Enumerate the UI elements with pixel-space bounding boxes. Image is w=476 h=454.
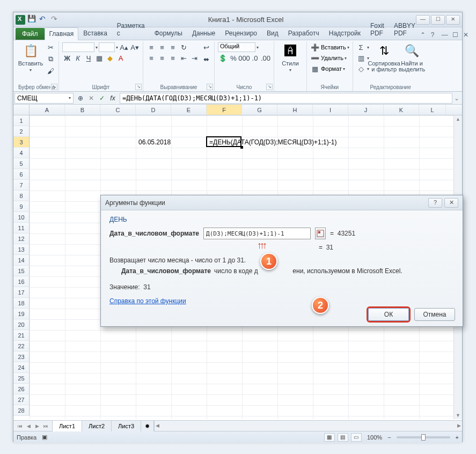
row-header[interactable]: 6 (13, 169, 30, 180)
italic-icon[interactable]: К (73, 53, 83, 63)
help-link[interactable]: Справка по этой функции (109, 297, 186, 305)
row-header[interactable]: 22 (13, 341, 30, 352)
row-header[interactable]: 20 (13, 319, 30, 330)
merge-icon[interactable]: ⬌ (201, 54, 211, 64)
row-header[interactable]: 21 (13, 330, 30, 341)
row-header[interactable]: 11 (13, 223, 30, 233)
copy-icon[interactable]: ⧉ (46, 54, 55, 64)
dialog-launcher-icon[interactable]: ↘ (207, 84, 213, 90)
name-box[interactable]: СМЕЩ ▾ (14, 93, 74, 104)
col-header[interactable]: B (65, 105, 100, 115)
font-color-icon[interactable]: A (116, 53, 126, 63)
row-header[interactable]: 14 (13, 255, 30, 266)
sheet-tab[interactable]: Лист1 (52, 421, 82, 431)
dialog-launcher-icon[interactable]: ↘ (51, 84, 57, 90)
accounting-icon[interactable]: 💲 (218, 53, 228, 63)
wb-minimize-icon[interactable]: — (442, 31, 450, 40)
dialog-launcher-icon[interactable]: ↘ (266, 84, 273, 90)
delete-cells-icon[interactable]: ➖ (310, 53, 320, 63)
row-header[interactable]: 28 (13, 405, 30, 416)
new-sheet-button[interactable]: ✸ (141, 421, 154, 431)
row-header[interactable]: 25 (13, 373, 30, 384)
sheet-nav-next-icon[interactable]: ▶ (33, 423, 41, 429)
cancel-icon[interactable]: ✕ (86, 93, 96, 103)
macro-record-icon[interactable]: ▣ (42, 434, 47, 441)
find-select-button[interactable]: 🔍 Найти и выделить (399, 42, 425, 72)
wb-close-icon[interactable]: ✕ (463, 31, 472, 40)
dialog-titlebar[interactable]: Аргументы функции ? ✕ (101, 195, 463, 210)
styles-button[interactable]: 🅰 Стили ▾ (277, 42, 303, 72)
paste-button[interactable]: 📋 Вставить ▾ (18, 42, 43, 72)
cancel-button[interactable]: Отмена (414, 308, 455, 321)
zoom-slider[interactable] (397, 436, 450, 438)
row-header[interactable]: 9 (13, 201, 30, 212)
tab-home[interactable]: Главная (45, 27, 79, 40)
page-layout-view-icon[interactable]: ▤ (338, 433, 348, 442)
select-all-corner[interactable] (13, 105, 30, 115)
ok-button[interactable]: ОК (368, 308, 409, 321)
expand-formula-bar-icon[interactable]: ⌄ (452, 94, 461, 102)
redo-icon[interactable] (51, 16, 60, 24)
tab-abbyypdf[interactable]: ABBYY PDF (389, 19, 420, 40)
col-header[interactable]: F (207, 105, 242, 115)
row-header[interactable]: 18 (13, 298, 30, 309)
wrap-text-icon[interactable]: ↩ (201, 42, 211, 52)
cell-d3[interactable]: 06.05.2018 (137, 137, 171, 148)
row-header[interactable]: 2 (13, 126, 30, 137)
maximize-button[interactable]: ☐ (431, 15, 445, 25)
orientation-icon[interactable]: ↻ (179, 42, 188, 52)
normal-view-icon[interactable]: ▦ (324, 433, 335, 442)
zoom-in-icon[interactable]: + (456, 434, 459, 441)
horizontal-scrollbar[interactable] (154, 421, 462, 431)
row-header[interactable]: 4 (13, 148, 30, 158)
percent-icon[interactable]: % (229, 53, 238, 63)
autosum-icon[interactable]: Σ (356, 42, 366, 52)
row-header[interactable]: 27 (13, 394, 30, 405)
row-header[interactable]: 26 (13, 384, 30, 394)
row-header[interactable]: 16 (13, 276, 30, 287)
dialog-launcher-icon[interactable]: ↘ (135, 84, 142, 90)
grow-font-icon[interactable]: A▴ (119, 42, 129, 52)
sort-filter-button[interactable]: ⇅ Сортировка и фильтр (371, 42, 397, 72)
minimize-ribbon-icon[interactable]: ⌃ (420, 31, 429, 40)
align-left-icon[interactable]: ≡ (147, 53, 156, 63)
align-center-icon[interactable]: ≡ (157, 53, 167, 63)
col-header[interactable]: H (277, 105, 313, 115)
zoom-out-icon[interactable]: − (387, 434, 391, 441)
fill-color-icon[interactable]: ◆ (105, 53, 115, 63)
wb-restore-icon[interactable]: ☐ (452, 31, 461, 40)
font-name-combo[interactable] (62, 42, 94, 52)
close-button[interactable]: ✕ (446, 15, 460, 25)
bold-icon[interactable]: Ж (62, 53, 72, 63)
page-break-view-icon[interactable]: ▭ (351, 433, 362, 442)
underline-icon[interactable]: Ч (84, 53, 93, 63)
sheet-nav-first-icon[interactable]: ⏮ (16, 423, 24, 429)
row-header[interactable]: 15 (13, 266, 30, 276)
tab-insert[interactable]: Вставка (78, 27, 112, 40)
format-cells-icon[interactable]: ▦ (310, 64, 320, 74)
align-middle-icon[interactable]: ≡ (157, 42, 167, 52)
tab-data[interactable]: Данные (187, 27, 220, 40)
help-icon[interactable]: ? (431, 31, 440, 40)
col-header[interactable]: K (384, 105, 419, 115)
col-header[interactable]: G (242, 105, 277, 115)
row-header[interactable]: 7 (13, 180, 30, 191)
row-header[interactable]: 8 (13, 191, 30, 201)
indent-increase-icon[interactable]: ⇥ (189, 53, 199, 63)
sheet-tab[interactable]: Лист3 (112, 421, 141, 431)
dialog-help-button[interactable]: ? (428, 198, 442, 208)
tab-view[interactable]: Вид (262, 27, 283, 40)
clear-icon[interactable]: ◇ (356, 64, 366, 74)
col-header[interactable]: D (136, 105, 171, 115)
fn-dropdown-icon[interactable]: ⊕ (76, 93, 85, 103)
tab-developer[interactable]: Разработч (283, 27, 324, 40)
col-header[interactable]: J (348, 105, 384, 115)
align-right-icon[interactable]: ≡ (168, 53, 178, 63)
dec-decimal-icon[interactable]: .00 (261, 53, 270, 63)
insert-cells-icon[interactable]: ➕ (310, 42, 320, 52)
row-header[interactable]: 12 (13, 233, 30, 244)
row-header[interactable]: 5 (13, 158, 30, 169)
col-header[interactable]: A (30, 105, 65, 115)
shrink-font-icon[interactable]: A▾ (130, 42, 140, 52)
row-header[interactable]: 24 (13, 362, 30, 373)
